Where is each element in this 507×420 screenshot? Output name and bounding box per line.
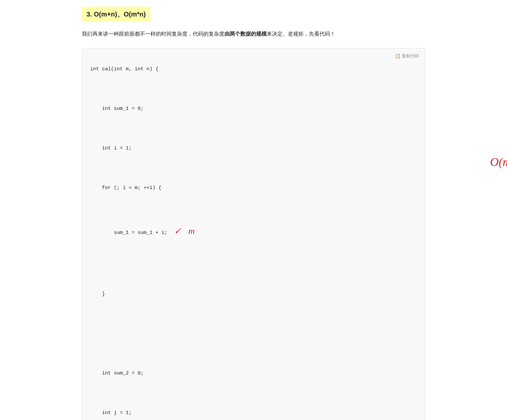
annotation-m: m — [188, 226, 195, 236]
code-line-5: int i = 1; — [90, 144, 417, 153]
code-line-10 — [90, 270, 417, 279]
intro-paragraph: 我们再来讲一种跟前面都不一样的时间复杂度，代码的复杂度由两个数据的规模来决定。老… — [82, 29, 425, 39]
code-line-3: int sum_1 = 0; — [90, 104, 417, 114]
code-line-9: sum_1 = sum_1 + i;✓m O(m+n) — [90, 223, 417, 260]
code-line-8 — [90, 203, 417, 213]
code-line-17: int j = 1; — [90, 408, 417, 418]
code-line-16 — [90, 388, 417, 398]
code-line-1: int cal(int m, int n) { — [90, 64, 417, 74]
code-line-7: for (; i < m; ++i) { — [90, 183, 417, 193]
code-line-2 — [90, 84, 417, 94]
code-line-4 — [90, 124, 417, 134]
intro-text-after: 来决定。老规矩，先看代码！ — [267, 31, 335, 37]
code-line-13 — [90, 329, 417, 339]
page-container: 3. O(m+n)、O(m*n) 我们再来讲一种跟前面都不一样的时间复杂度，代码… — [72, 0, 435, 420]
section-heading: 3. O(m+n)、O(m*n) — [82, 7, 150, 22]
heading-text: 3. O(m+n)、O(m*n) — [86, 11, 146, 18]
code-content: int cal(int m, int n) { int sum_1 = 0; i… — [90, 54, 417, 420]
code-line-15: int sum_2 = 0; — [90, 369, 417, 378]
code-block: 📋 复制代码 int cal(int m, int n) { int sum_1… — [82, 48, 425, 420]
annotation-omn: O(m+n) — [490, 150, 507, 174]
checkmark-m: ✓ — [174, 226, 181, 236]
code-line-12 — [90, 309, 417, 319]
code-line-6 — [90, 163, 417, 173]
intro-text-bold: 由两个数据的规模 — [224, 31, 267, 37]
code-line-14 — [90, 349, 417, 359]
intro-text-before: 我们再来讲一种跟前面都不一样的时间复杂度，代码的复杂度 — [82, 31, 224, 37]
code-line-11: } — [90, 289, 417, 299]
